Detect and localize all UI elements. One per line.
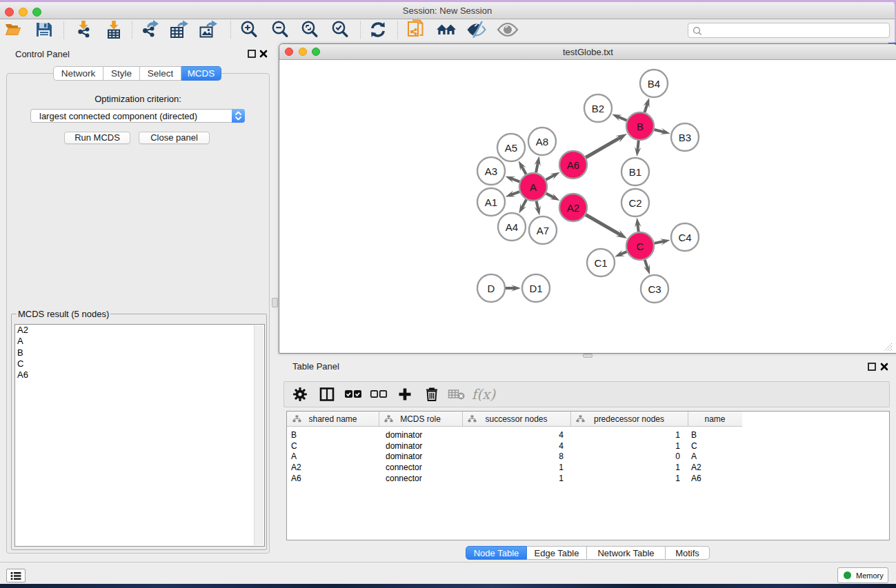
control-panel-float-button[interactable]	[248, 50, 256, 60]
table-cell[interactable]: 8	[462, 451, 564, 462]
graph-edge-A-A8[interactable]	[536, 161, 538, 172]
table-cell[interactable]: 1	[462, 462, 564, 473]
column-header-shared-name[interactable]: shared name	[287, 412, 379, 426]
table-cell[interactable]: 1	[570, 473, 680, 484]
search-input[interactable]	[705, 24, 884, 37]
table-cell[interactable]: 1	[570, 429, 680, 440]
search-field[interactable]	[688, 23, 890, 38]
graph-edge-C-C2[interactable]	[637, 223, 638, 232]
graph-edge-C-C4[interactable]	[655, 241, 665, 243]
graph-edge-A-A5[interactable]	[521, 165, 526, 174]
tab-edge-table[interactable]: Edge Table	[527, 546, 587, 560]
add-row-button[interactable]	[393, 384, 417, 405]
show-panels-button[interactable]	[6, 569, 26, 582]
save-session-button[interactable]	[32, 19, 56, 40]
table-cell[interactable]: dominator	[386, 451, 422, 462]
vertical-split-handle[interactable]	[272, 298, 278, 307]
mcds-result-item[interactable]: B	[15, 347, 264, 358]
resize-grip-icon[interactable]	[884, 343, 893, 352]
column-header-successor-nodes[interactable]: successor nodes	[462, 412, 570, 426]
zoom-out-button[interactable]	[268, 19, 292, 40]
zoom-selected-button[interactable]	[328, 19, 352, 40]
table-panel-float-button[interactable]	[868, 363, 876, 373]
tab-network-table[interactable]: Network Table	[587, 546, 666, 560]
zoom-in-button[interactable]	[237, 19, 261, 40]
tab-select[interactable]: Select	[140, 66, 181, 81]
open-session-button[interactable]	[2, 19, 26, 40]
show-columns-button[interactable]	[315, 384, 339, 405]
column-header-MCDS-role[interactable]: MCDS role	[379, 412, 462, 426]
column-header-name[interactable]: name	[688, 412, 742, 426]
tab-network[interactable]: Network	[53, 66, 103, 81]
table-cell[interactable]: A	[291, 451, 297, 462]
table-cell[interactable]: 0	[570, 451, 680, 462]
mcds-result-item[interactable]: A2	[15, 325, 264, 336]
table-cell[interactable]: connector	[386, 473, 422, 484]
table-cell[interactable]: B	[691, 429, 697, 440]
zoom-fit-button[interactable]	[298, 19, 321, 40]
column-separator[interactable]	[379, 412, 379, 426]
table-panel-close-button[interactable]	[880, 363, 888, 373]
mcds-result-item[interactable]: C	[15, 358, 264, 369]
clear-checkboxes-button[interactable]	[367, 384, 390, 405]
column-header-predecessor-nodes[interactable]: predecessor nodes	[570, 412, 688, 426]
column-header-label: predecessor nodes	[594, 414, 664, 424]
refresh-button[interactable]	[366, 19, 390, 40]
table-cell[interactable]: 1	[570, 440, 680, 452]
mcds-result-list[interactable]: A2ABCA6	[14, 324, 265, 547]
table-cell[interactable]: A	[691, 451, 697, 462]
table-cell[interactable]: A6	[291, 473, 301, 484]
function-builder-button[interactable]: f(x)	[472, 384, 495, 405]
horizontal-split-handle[interactable]	[583, 354, 593, 358]
graph-edge-A6-B[interactable]	[586, 136, 621, 157]
graph-edge-A-A4[interactable]	[521, 200, 526, 209]
table-cell[interactable]: dominator	[386, 440, 422, 452]
tab-style[interactable]: Style	[103, 66, 140, 81]
table-cell[interactable]: B	[291, 429, 297, 440]
network-from-table-button[interactable]	[405, 19, 428, 40]
network-graph-canvas[interactable]: AA2A6BCA1A3A4A5A7A8B1B2B3B4C1C2C3C4DD1	[279, 61, 895, 354]
table-cell[interactable]: 4	[462, 440, 564, 452]
tab-node-table[interactable]: Node Table	[466, 546, 527, 560]
table-cell[interactable]: A2	[691, 462, 701, 473]
close-panel-button[interactable]: Close panel	[139, 132, 210, 144]
table-cell[interactable]: C	[691, 440, 697, 452]
column-separator[interactable]	[688, 412, 688, 426]
table-cell[interactable]: A6	[691, 473, 701, 484]
criterion-dropdown[interactable]: largest connected component (directed)	[30, 109, 245, 123]
graph-edge-A-A2[interactable]	[546, 194, 555, 199]
table-cell[interactable]: A2	[291, 462, 301, 473]
table-cell[interactable]: 4	[462, 429, 564, 440]
export-network-button[interactable]	[138, 19, 161, 40]
first-neighbors-button[interactable]	[435, 19, 458, 40]
delete-table-button[interactable]	[445, 384, 468, 405]
mcds-result-item[interactable]: A	[15, 336, 264, 347]
memory-button[interactable]: Memory	[837, 567, 888, 583]
graph-edge-A2-C[interactable]	[586, 214, 621, 235]
mcds-result-item[interactable]: A6	[15, 369, 264, 381]
tab-motifs[interactable]: Motifs	[666, 546, 710, 560]
mcds-list-scrollbar[interactable]	[254, 325, 263, 545]
export-image-button[interactable]	[196, 19, 219, 40]
control-panel-close-button[interactable]	[259, 50, 268, 60]
graph-edge-B-B1[interactable]	[637, 141, 639, 152]
tab-mcds[interactable]: MCDS	[181, 66, 221, 81]
run-mcds-button[interactable]: Run MCDS	[64, 132, 130, 144]
hide-selected-button[interactable]	[465, 19, 488, 40]
table-cell[interactable]: connector	[386, 462, 422, 473]
import-table-button[interactable]	[102, 19, 126, 40]
table-cell[interactable]: C	[291, 440, 297, 452]
select-all-checkboxes-button[interactable]	[341, 384, 365, 405]
export-table-button[interactable]	[167, 19, 190, 40]
table-cell[interactable]: 1	[570, 462, 680, 473]
show-all-button[interactable]	[496, 19, 519, 40]
column-separator[interactable]	[462, 412, 463, 426]
table-cell[interactable]: dominator	[386, 429, 422, 440]
table-options-button[interactable]	[288, 384, 312, 405]
graph-edge-A-A6[interactable]	[546, 174, 555, 180]
table-cell[interactable]: 1	[462, 473, 564, 484]
delete-row-button[interactable]	[420, 384, 444, 405]
import-network-button[interactable]	[72, 19, 95, 40]
column-separator[interactable]	[570, 412, 571, 426]
dropdown-stepper[interactable]	[232, 109, 245, 123]
